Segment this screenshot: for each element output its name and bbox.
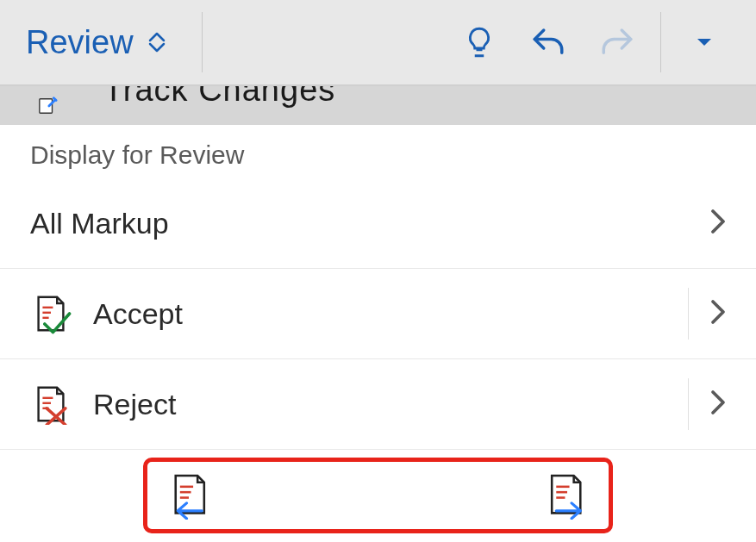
track-changes-icon [34,96,60,116]
next-change-icon[interactable] [543,471,591,520]
change-nav-row [0,450,756,536]
chevron-right-icon[interactable] [710,389,726,419]
highlighted-nav-box [143,458,613,533]
review-tab-label[interactable]: Review [26,24,134,61]
tab-switch-arrows[interactable] [147,30,167,54]
reject-row[interactable]: Reject [0,359,756,450]
track-changes-row[interactable]: Track Changes [0,86,756,125]
lightbulb-icon[interactable] [445,12,514,72]
toolbar: Review [0,0,756,86]
toolbar-divider-2 [660,12,661,72]
all-markup-row[interactable]: All Markup [0,178,756,269]
dropdown-caret-icon[interactable] [670,12,739,72]
redo-icon [583,12,652,72]
undo-icon[interactable] [514,12,583,72]
all-markup-label: All Markup [30,207,710,240]
chevron-right-icon[interactable] [710,299,726,328]
track-changes-label: Track Changes [103,86,335,109]
reject-label: Reject [93,388,688,421]
toolbar-divider [202,12,203,72]
display-for-review-header: Display for Review [0,125,756,178]
review-panel: Display for Review All Markup Accept [0,125,756,536]
chevron-right-icon [710,209,726,238]
previous-change-icon[interactable] [165,471,213,520]
reject-icon [30,383,72,425]
accept-row[interactable]: Accept [0,269,756,359]
accept-label: Accept [93,297,688,331]
accept-icon [30,293,72,334]
